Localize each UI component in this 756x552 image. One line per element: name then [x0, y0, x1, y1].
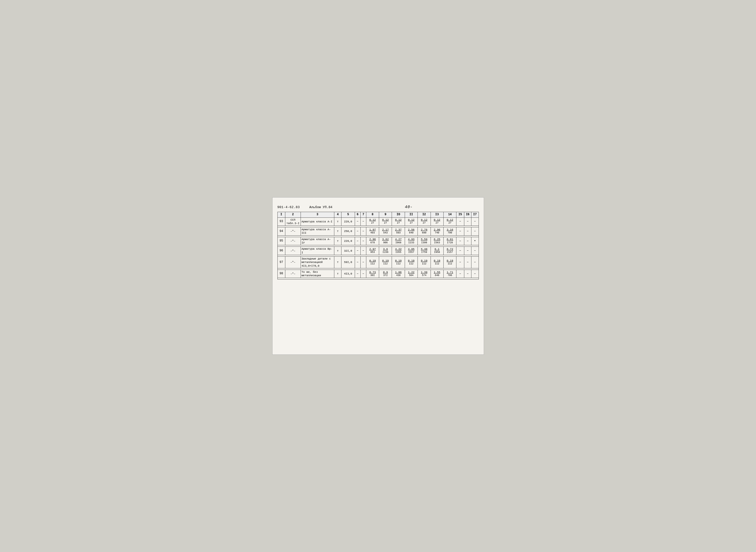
- row-c9: 3.62906: [379, 237, 392, 245]
- row-c7: –: [360, 256, 366, 268]
- row-c8: 1.97493: [366, 227, 379, 236]
- row-c17: –: [471, 270, 478, 278]
- row-num: 96: [278, 247, 285, 255]
- row-c14: 6.91I728: [443, 237, 456, 245]
- row-c17: –: [471, 227, 478, 236]
- row-c10: 4.27I068: [392, 237, 405, 245]
- table-row: 96–"–Арматура класса Bp-Iт32I,0––2.97953…: [278, 247, 478, 255]
- row-num: 95: [278, 237, 285, 245]
- row-ref: ССП табл.3-I: [285, 218, 301, 226]
- row-c10: 1.06438: [392, 270, 405, 278]
- column-header-row: I 2 3 4 5 6 7 8 9 IO II I2 I3 14 I5 I6 I…: [278, 212, 478, 218]
- row-c15: –: [456, 227, 464, 236]
- row-c15: –: [456, 256, 464, 268]
- row-c12: 5.59I398: [418, 237, 431, 245]
- row-c10: 0.1227: [392, 218, 405, 226]
- col-header-17: I7: [471, 212, 478, 218]
- row-c6: –: [355, 247, 360, 255]
- row-c12: 1.39574: [418, 270, 431, 278]
- row-c14: 1.71706: [443, 270, 456, 278]
- row-c10: 2.37593: [392, 227, 405, 236]
- header-album: Альбом УП.84: [309, 205, 339, 209]
- row-c9: 0.19II2: [379, 256, 392, 268]
- row-ref: –"–: [285, 256, 301, 268]
- col-header-5: 5: [341, 212, 355, 218]
- row-c10: 4.22I355: [392, 247, 405, 255]
- row-unit: т: [334, 247, 341, 255]
- row-c13: 6.25I563: [431, 237, 443, 245]
- row-c14: 6.722157: [443, 247, 456, 255]
- row-c7: –: [360, 227, 366, 236]
- page: 901-4-62.83 Альбом УП.84 40- I 2 3 4 5 6…: [272, 197, 484, 355]
- row-desc: Арматура класса А-III: [301, 227, 334, 236]
- row-c14: 0.19II2: [443, 256, 456, 268]
- row-c16: –: [464, 218, 471, 226]
- row-c9: 0.9372: [379, 270, 392, 278]
- row-c11: 0.19II2: [405, 256, 418, 268]
- col-header-8: 8: [366, 212, 379, 218]
- col-header-7: 7: [360, 212, 366, 218]
- row-num: 94: [278, 227, 285, 236]
- row-c14: 0.1227: [443, 218, 456, 226]
- table-row: 98–"–То же, без металлизациит4I3,0––0.73…: [278, 270, 478, 278]
- row-c11: 4.93I233: [405, 237, 418, 245]
- row-c15: –: [456, 247, 464, 255]
- row-desc: Арматура класса А-IУ: [301, 237, 334, 245]
- row-num: 98: [278, 270, 285, 278]
- row-ref: –"–: [285, 270, 301, 278]
- row-c15: –: [456, 218, 464, 226]
- row-unit: т: [334, 256, 341, 268]
- row-c6: –: [355, 270, 360, 278]
- row-unit: т: [334, 270, 341, 278]
- table-row: 97–"–Закладные детали с металлизацией 4I…: [278, 256, 478, 268]
- header-code: 901-4-62.83: [278, 205, 309, 209]
- row-c8: 0.7330I: [366, 270, 379, 278]
- col-header-2: 2: [285, 212, 301, 218]
- row-price: 4I3,0: [341, 270, 355, 278]
- row-c10: 0.19II2: [392, 256, 405, 268]
- row-unit: т: [334, 218, 341, 226]
- row-c16: –: [464, 227, 471, 236]
- row-desc: То же, без металлизации: [301, 270, 334, 278]
- header: 901-4-62.83 Альбом УП.84 40-: [278, 205, 479, 210]
- row-price: 32I,0: [341, 247, 355, 255]
- row-price: 229,0: [341, 218, 355, 226]
- row-c13: 2.96740: [431, 227, 443, 236]
- col-header-14: 14: [443, 212, 456, 218]
- col-header-3: 3: [301, 212, 334, 218]
- row-c7: –: [360, 218, 366, 226]
- row-ref: –"–: [285, 247, 301, 255]
- row-c11: 4.85I557: [405, 247, 418, 255]
- row-num: 97: [278, 256, 285, 268]
- row-desc: Закладные детали с металлизацией 4I3,0+I…: [301, 256, 334, 268]
- row-c16: –: [464, 270, 471, 278]
- row-c8: 0.19II2: [366, 256, 379, 268]
- col-header-13: I3: [431, 212, 443, 218]
- row-price: 59I,0: [341, 256, 355, 268]
- col-header-15: I5: [456, 212, 464, 218]
- row-c16: –: [464, 247, 471, 255]
- row-c6: –: [355, 256, 360, 268]
- row-c13: 0.1227: [431, 218, 443, 226]
- row-c12: 0.19II2: [418, 256, 431, 268]
- row-c8: 2.97953: [366, 247, 379, 255]
- col-header-16: I6: [464, 212, 471, 218]
- row-c9: 3.6Ii56: [379, 247, 392, 255]
- row-c13: 0.19II2: [431, 256, 443, 268]
- row-unit: т: [334, 227, 341, 236]
- row-unit: т: [334, 237, 341, 245]
- row-desc: Арматура класса А-I: [301, 218, 334, 226]
- row-c14: 3.16790: [443, 227, 456, 236]
- col-header-9: 9: [379, 212, 392, 218]
- spacer-row: [278, 278, 478, 279]
- row-c16: –: [464, 256, 471, 268]
- table-row: 93ССП табл.3-IАрматура класса А-Iт229,0–…: [278, 218, 478, 226]
- row-c12: 2.76690: [418, 227, 431, 236]
- col-header-11: II: [405, 212, 418, 218]
- row-c11: 1.22504: [405, 270, 418, 278]
- row-c11: 2.56640: [405, 227, 418, 236]
- col-header-6: 6: [355, 212, 360, 218]
- row-price: 250,0: [341, 227, 355, 236]
- table-row: 94–"–Арматура класса А-IIIт250,0––1.9749…: [278, 227, 478, 236]
- row-c7: –: [360, 237, 366, 245]
